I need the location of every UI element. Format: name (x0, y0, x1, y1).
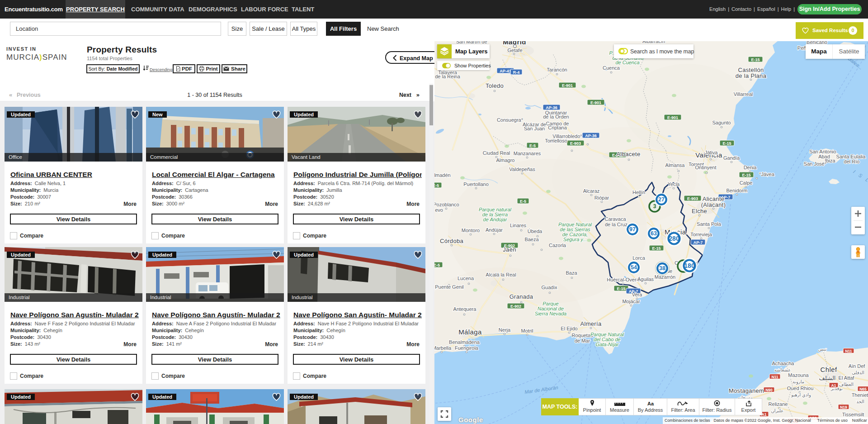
svg-text:Tarancón: Tarancón (547, 67, 567, 72)
svg-text:Albacete: Albacete (617, 151, 641, 157)
svg-text:Guadix: Guadix (542, 285, 557, 290)
svg-text:Albarracín: Albarracín (642, 41, 665, 44)
svg-text:E-15: E-15 (742, 173, 750, 177)
svg-text:54: 54 (631, 264, 637, 271)
svg-text:de Mar: de Mar (575, 338, 590, 343)
svg-text:مازونة: مازونة (793, 379, 804, 385)
svg-text:AP-41: AP-41 (500, 69, 511, 73)
svg-text:E-5: E-5 (434, 183, 439, 188)
svg-text:Hellín: Hellín (632, 190, 645, 195)
svg-text:El Attaf: El Attaf (839, 375, 855, 381)
svg-text:Almansa: Almansa (665, 162, 685, 168)
svg-text:Ciudad Real: Ciudad Real (483, 150, 510, 156)
svg-text:Theniet: Theniet (852, 392, 868, 398)
svg-text:E-15: E-15 (751, 57, 760, 62)
svg-text:الدفلى: الدفلى (852, 370, 864, 375)
svg-text:de Andújar: de Andújar (483, 217, 508, 222)
svg-text:Cazorla: Cazorla (549, 243, 566, 248)
svg-text:E-15: E-15 (617, 286, 625, 291)
svg-text:Alcaraz: Alcaraz (583, 188, 600, 194)
svg-text:Pozoblanco: Pozoblanco (434, 202, 459, 207)
svg-text:Antequera: Antequera (453, 306, 477, 312)
svg-text:Jaén: Jaén (503, 246, 516, 253)
svg-text:E-5: E-5 (529, 143, 536, 148)
svg-text:Ontinyent: Ontinyent (695, 165, 716, 170)
svg-text:Benidorm: Benidorm (726, 188, 747, 193)
svg-text:Achaacha: Achaacha (772, 361, 795, 366)
svg-text:Segura y...: Segura y... (563, 237, 587, 242)
svg-text:E-903: E-903 (570, 141, 581, 146)
svg-text:الشلف: الشلف (819, 375, 836, 381)
svg-text:Fuengirola: Fuengirola (455, 345, 479, 351)
svg-text:27: 27 (658, 196, 665, 203)
svg-text:de la Plana: de la Plana (736, 72, 767, 79)
svg-text:Córdoba: Córdoba (440, 238, 463, 244)
svg-text:Mojácar: Mojácar (622, 299, 640, 304)
svg-text:Denia: Denia (744, 165, 757, 170)
svg-text:E-901: E-901 (590, 100, 601, 105)
svg-text:Sierra Nevada: Sierra Nevada (535, 311, 566, 316)
svg-text:E-902: E-902 (510, 304, 521, 309)
svg-text:Úbeda: Úbeda (528, 229, 542, 234)
svg-text:الحد: الحد (856, 399, 864, 404)
svg-text:AP-36: AP-36 (585, 133, 597, 138)
svg-text:3: 3 (653, 203, 656, 210)
svg-text:Manzanares: Manzanares (514, 151, 541, 156)
svg-text:97: 97 (629, 226, 636, 233)
svg-text:Málaga: Málaga (458, 328, 482, 336)
svg-text:Villarreal: Villarreal (734, 91, 753, 97)
svg-text:N11: N11 (845, 349, 852, 353)
svg-text:280: 280 (669, 235, 679, 242)
svg-text:Águilas: Águilas (637, 276, 654, 282)
svg-text:Riópar: Riópar (594, 195, 609, 200)
svg-text:Mostaganem: Mostaganem (729, 387, 764, 394)
svg-text:عشعاشة: عشعاشة (774, 367, 791, 372)
svg-text:de Cuenca: de Cuenca (615, 60, 639, 65)
svg-text:San Martín de: San Martín de (456, 41, 487, 44)
svg-text:Lucena: Lucena (458, 276, 474, 281)
svg-text:Calpe: Calpe (740, 180, 753, 186)
svg-text:N19: N19 (840, 405, 847, 410)
svg-text:Huércal-Overa: Huércal-Overa (607, 277, 639, 282)
svg-text:(Alacant): (Alacant) (701, 201, 726, 208)
svg-text:Caravaca: Caravaca (604, 216, 626, 222)
svg-text:E-901: E-901 (562, 83, 573, 88)
svg-text:Almagro: Almagro (496, 157, 515, 163)
svg-text:de la Orden: de la Orden (543, 114, 569, 119)
svg-text:Aa: Aa (647, 401, 654, 406)
svg-text:R-4: R-4 (513, 70, 520, 75)
svg-text:Mazouna: Mazouna (788, 372, 809, 378)
svg-text:N90: N90 (765, 388, 773, 392)
svg-text:Baza: Baza (566, 270, 577, 276)
svg-text:Benalmádena: Benalmádena (449, 339, 480, 345)
svg-text:E-903: E-903 (687, 196, 698, 201)
svg-text:Almería: Almería (580, 320, 602, 327)
svg-text:Toledo: Toledo (486, 82, 504, 89)
svg-text:Andújar: Andújar (486, 227, 503, 233)
svg-text:38: 38 (659, 265, 665, 272)
svg-text:E-5: E-5 (520, 199, 526, 204)
svg-text:Granada: Granada (509, 293, 533, 300)
svg-text:de la Cruz: de la Cruz (605, 222, 627, 227)
svg-text:Lorca: Lorca (632, 255, 645, 261)
svg-text:Chlef: Chlef (820, 366, 837, 373)
svg-text:Torrevieja: Torrevieja (690, 232, 712, 237)
svg-text:E-15: E-15 (652, 246, 660, 251)
svg-text:Aïn Def: Aïn Def (849, 363, 866, 369)
svg-text:Criptana: Criptana (548, 125, 567, 130)
svg-text:Marbella: Marbella (434, 345, 452, 351)
svg-text:Montoro: Montoro (462, 228, 480, 233)
svg-text:AP-7: AP-7 (693, 240, 703, 245)
svg-text:Motril: Motril (521, 328, 533, 333)
svg-text:Oued Rhiou: Oued Rhiou (787, 386, 814, 391)
svg-text:de la Reina: de la Reina (435, 74, 461, 79)
svg-text:El Ejido: El Ejido (561, 326, 577, 331)
svg-text:180: 180 (684, 262, 695, 269)
svg-text:Vera: Vera (632, 292, 643, 297)
svg-text:63: 63 (651, 230, 657, 237)
svg-text:Gandía: Gandía (723, 155, 740, 161)
svg-text:Tomelloso: Tomelloso (545, 138, 567, 143)
svg-text:E-15: E-15 (722, 141, 731, 146)
svg-text:E-901: E-901 (667, 115, 678, 120)
svg-text:Puertollano: Puertollano (463, 181, 489, 187)
